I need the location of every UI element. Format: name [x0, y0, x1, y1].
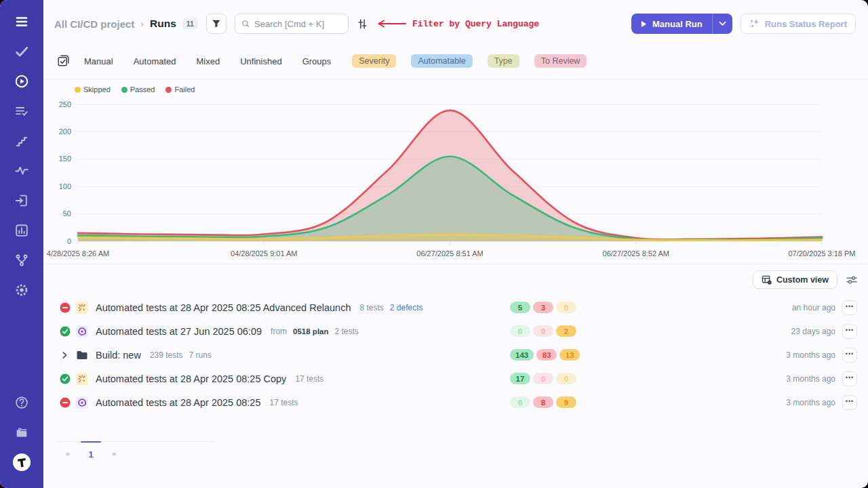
svg-text:100: 100: [59, 182, 71, 190]
burst-icon: [76, 302, 88, 314]
tag-chips: SeverityAutomatableTypeTo Review: [352, 54, 587, 68]
legend-skipped[interactable]: Skipped: [75, 85, 111, 94]
breadcrumb: All CI/CD project › Runs 11: [54, 18, 198, 30]
failed-status-icon: [60, 397, 71, 408]
badge-skipped: 0: [556, 373, 576, 384]
run-meta-text: 17 tests: [269, 398, 298, 407]
breadcrumb-project[interactable]: All CI/CD project: [54, 18, 134, 30]
milestones-stairs-icon[interactable]: [9, 129, 34, 153]
badge-failed: 8: [533, 396, 553, 408]
import-icon[interactable]: [9, 188, 34, 213]
tab-groups[interactable]: Groups: [302, 56, 332, 66]
app-logo[interactable]: [9, 450, 34, 474]
run-timestamp: 3 months ago: [786, 374, 835, 384]
folder-icon: [76, 349, 88, 361]
main-content: All CI/CD project › Runs 11 Filter by Qu…: [43, 0, 868, 488]
run-menu-button[interactable]: •••: [842, 348, 857, 363]
pagination-next-button[interactable]: »: [104, 449, 124, 460]
run-menu-button[interactable]: •••: [842, 371, 857, 386]
badge-skipped: 13: [559, 349, 580, 361]
tab-unfinished[interactable]: Unfinished: [240, 56, 281, 66]
tests-check-icon[interactable]: [9, 39, 34, 64]
defects-link[interactable]: 2 defects: [390, 303, 423, 312]
failed-status-icon: [60, 302, 71, 313]
run-meta: 8 tests2 defects: [359, 303, 422, 312]
passed-status-icon: [60, 326, 71, 337]
play-icon: [641, 20, 647, 28]
run-row[interactable]: Automated tests at 28 Apr 2025 08:25 Cop…: [43, 367, 868, 390]
pagination: « 1 »: [58, 441, 214, 460]
runs-status-report-button[interactable]: Runs Status Report: [741, 14, 856, 34]
run-timestamp: 23 days ago: [791, 327, 835, 336]
sidebar-top-icons: [9, 9, 34, 308]
branch-icon[interactable]: [9, 248, 34, 272]
list-toolbar: Custom view: [43, 264, 868, 293]
runs-count-badge: 11: [182, 18, 198, 29]
run-menu-button[interactable]: •••: [842, 395, 857, 410]
tab-automated[interactable]: Automated: [134, 56, 176, 66]
left-arrow-icon: [376, 20, 406, 28]
custom-view-button[interactable]: Custom view: [753, 270, 837, 289]
sidebar: [0, 0, 43, 488]
badge-passed: 0: [510, 325, 530, 337]
run-row[interactable]: Automated tests at 28 Apr 2025 08:2517 t…: [43, 390, 868, 414]
chip-automatable[interactable]: Automatable: [411, 54, 472, 68]
projects-folders-icon[interactable]: [9, 420, 34, 445]
chip-severity[interactable]: Severity: [352, 54, 396, 68]
badge-skipped: 2: [556, 325, 576, 337]
badge-passed: 17: [510, 373, 530, 384]
run-row[interactable]: Automated tests at 28 Apr 2025 08:25 Adv…: [43, 296, 868, 319]
app-window: All CI/CD project › Runs 11 Filter by Qu…: [0, 0, 868, 488]
query-filter-sliders-icon[interactable]: [357, 18, 368, 30]
manual-run-button[interactable]: Manual Run: [631, 14, 712, 34]
tab-manual[interactable]: Manual: [84, 56, 113, 66]
passed-status-icon: [60, 373, 71, 384]
plans-list-check-icon[interactable]: [9, 99, 34, 123]
run-timestamp: 3 months ago: [786, 398, 835, 407]
pagination-prev-button[interactable]: «: [58, 449, 78, 460]
run-meta-text: 239 tests: [150, 350, 183, 360]
manual-run-caret-button[interactable]: [712, 14, 732, 34]
help-question-icon[interactable]: [9, 390, 34, 415]
svg-text:50: 50: [63, 209, 71, 218]
analytics-bar-chart-icon[interactable]: [9, 218, 34, 243]
run-menu-button[interactable]: •••: [842, 324, 857, 339]
chip-type[interactable]: Type: [488, 54, 519, 68]
chip-to-review[interactable]: To Review: [534, 54, 587, 68]
badge-skipped: 0: [556, 302, 576, 313]
svg-text:250: 250: [59, 100, 71, 108]
legend-failed[interactable]: Failed: [165, 85, 195, 94]
runs-status-report-label: Runs Status Report: [765, 19, 847, 29]
pulse-activity-icon[interactable]: [9, 159, 34, 183]
run-menu-button[interactable]: •••: [842, 300, 857, 315]
run-row[interactable]: Build: new239 tests7 runs14383133 months…: [43, 343, 868, 367]
chart-x-axis-labels: 4/28/2025 8:26 AM04/28/2025 9:01 AM06/27…: [43, 249, 868, 261]
topbar: All CI/CD project › Runs 11 Filter by Qu…: [43, 0, 868, 43]
tabs-bar: ManualAutomatedMixedUnfinishedGroups Sev…: [43, 43, 868, 79]
run-result-badges: 1438313: [510, 349, 586, 361]
select-all-icon[interactable]: [57, 55, 69, 67]
tab-mixed[interactable]: Mixed: [197, 56, 220, 66]
passed-dot-icon: [121, 87, 127, 93]
run-left: Automated tests at 27 Jun 2025 06:09from…: [60, 325, 510, 338]
search-input[interactable]: [254, 19, 342, 29]
view-settings-sliders-icon[interactable]: [846, 275, 857, 285]
pagination-page-1[interactable]: 1: [81, 449, 101, 460]
badge-failed: 3: [533, 302, 553, 313]
runs-play-icon[interactable]: [9, 69, 34, 94]
filter-tabs: ManualAutomatedMixedUnfinishedGroups: [84, 56, 331, 66]
settings-gear-icon[interactable]: [9, 278, 34, 302]
run-row[interactable]: Automated tests at 27 Jun 2025 06:09from…: [43, 319, 868, 343]
run-title: Automated tests at 28 Apr 2025 08:25 Cop…: [96, 373, 286, 384]
run-left: Build: new239 tests7 runs: [60, 349, 510, 361]
search-box[interactable]: [235, 14, 349, 34]
run-meta: from0518 plan2 tests: [271, 327, 359, 336]
legend-passed[interactable]: Passed: [121, 85, 155, 94]
menu-icon[interactable]: [9, 9, 34, 34]
run-result-badges: 1700: [510, 373, 586, 384]
badge-failed: 0: [533, 325, 553, 337]
filter-funnel-button[interactable]: [206, 14, 226, 34]
run-meta-text: 7 runs: [189, 350, 212, 360]
chevron-right-icon[interactable]: [60, 350, 71, 361]
badge-passed: 5: [510, 302, 530, 313]
